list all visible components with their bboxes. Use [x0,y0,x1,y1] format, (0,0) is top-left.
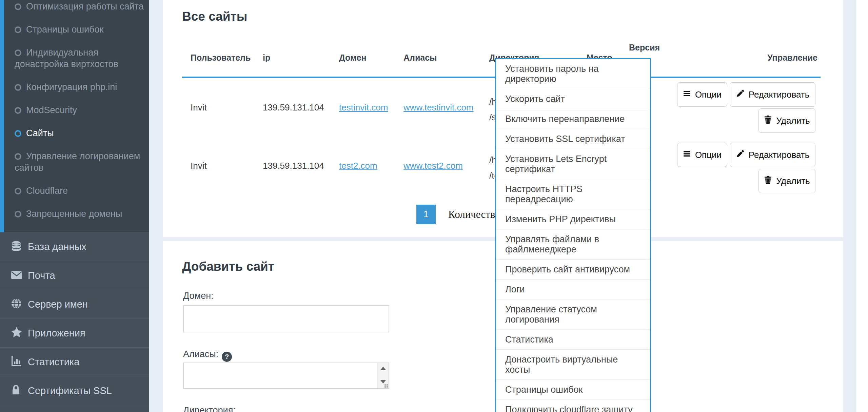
sidebar-item-база-данных[interactable]: База данных [0,232,149,261]
hamburger-icon [683,150,691,160]
context-menu-item[interactable]: Страницы ошибок [496,379,650,399]
cell-domain: testinvit.com [339,102,388,113]
bullet-icon [15,49,21,56]
pagination-page-1[interactable]: 1 [416,205,436,224]
bar-chart-icon [10,355,22,369]
add-site-title: Добавить сайт [182,260,274,274]
submenu-item[interactable]: Индивидуальная донастройка виртхостов [4,47,149,70]
domain-input[interactable] [183,305,389,332]
submenu-item[interactable]: Запрещенные домены [4,208,149,220]
help-icon[interactable]: ? [222,352,232,362]
column-header: Домен [339,53,367,63]
submenu-item-label: Управление логированием сайтов [15,151,140,173]
delete-button-label: Удалить [776,116,810,126]
sidebar-item-label: Почта [28,270,55,281]
all-sites-title: Все сайты [182,9,247,24]
sidebar-submenu-sites-section: Оптимизация работы сайтаСтраницы ошибокИ… [0,0,149,232]
textarea-scrollbar[interactable] [377,363,389,388]
options-button[interactable]: Опции [677,143,727,167]
context-menu-item[interactable]: Логи [496,279,650,299]
delete-button[interactable]: Удалить [758,108,815,133]
pencil-icon [736,149,745,161]
scroll-down-icon[interactable] [380,380,386,384]
resize-grip-icon[interactable] [387,386,388,388]
bullet-icon [15,107,21,114]
sidebar-item-сертификаты-ssl[interactable]: Сертификаты SSL [0,376,149,405]
edit-button-label: Редактировать [749,89,810,100]
edit-button-label: Редактировать [749,150,810,160]
alias-link[interactable]: www.testinvit.com [403,102,474,112]
context-menu-item[interactable]: Проверить сайт антивирусом [496,259,650,279]
bullet-icon [15,153,21,160]
cell-ip: 139.59.131.104 [263,102,324,113]
sidebar-submenu-list: Оптимизация работы сайтаСтраницы ошибокИ… [4,1,149,220]
submenu-item-label: Страницы ошибок [26,24,103,35]
sidebar-item-partial[interactable] [0,405,149,412]
pencil-icon [736,89,745,100]
column-header: Пользователь [191,53,251,63]
submenu-item[interactable]: Конфигурация php.ini [4,81,149,93]
context-menu-item[interactable]: Ускорить сайт [496,89,650,109]
submenu-item-label: Конфигурация php.ini [26,82,117,92]
submenu-item-label: Индивидуальная донастройка виртхостов [15,47,118,69]
context-menu-item[interactable]: Управление статусом логирования [496,299,650,329]
submenu-item-label: Cloudflare [26,186,68,196]
trash-icon [764,176,772,187]
bullet-icon [15,188,21,194]
options-button[interactable]: Опции [677,82,727,107]
cell-user: Invit [191,102,207,113]
database-icon [10,240,22,253]
sidebar-item-label: База данных [28,241,86,252]
star-icon [10,326,23,340]
context-menu-item[interactable]: Статистика [496,329,650,349]
submenu-item[interactable]: Cloudflare [4,185,149,197]
sidebar-item-статистика[interactable]: Статистика [0,347,149,376]
sidebar-item-сервер-имен[interactable]: Сервер имен [0,290,149,318]
context-menu-item[interactable]: Установить Lets Encrypt сертификат [496,149,650,179]
mail-icon [10,269,23,282]
submenu-item-label: Сайты [26,128,54,138]
aliases-textarea[interactable] [183,363,389,389]
context-menu-item[interactable]: Установить пароль на директорию [496,59,650,89]
context-menu-item[interactable]: Установить SSL сертификат [496,129,650,149]
domain-link[interactable]: test2.com [339,161,377,171]
sidebar-item-приложения[interactable]: Приложения [0,318,149,347]
submenu-item-label: Оптимизация работы сайта [26,1,144,12]
sidebar-item-почта[interactable]: Почта [0,261,149,290]
column-header: Версия [629,43,660,53]
context-menu-item[interactable]: Донастроить виртуальные хосты [496,349,650,379]
scroll-up-icon[interactable] [380,367,386,370]
globe-icon [10,297,22,311]
aliases-label-text: Алиасы: [183,349,218,359]
edit-button[interactable]: Редактировать [730,82,815,107]
submenu-item[interactable]: Сайты [4,127,149,139]
column-header: Управление [767,53,817,63]
column-header: Алиасы [403,53,437,63]
sidebar-item-label: Приложения [28,328,85,339]
active-bullet-icon [15,130,21,137]
submenu-item[interactable]: Управление логированием сайтов [4,150,149,173]
sidebar-item-label: Сервер имен [28,299,88,310]
submenu-item[interactable]: ModSecurity [4,104,149,116]
cell-user: Invit [191,160,207,171]
context-menu-item[interactable]: Настроить HTTPS переадресацию [496,179,650,209]
context-menu-item[interactable]: Подключить cloudflare защиту [496,399,650,412]
sidebar: Оптимизация работы сайтаСтраницы ошибокИ… [0,0,149,412]
submenu-item[interactable]: Оптимизация работы сайта [4,1,149,12]
context-menu-item[interactable]: Включить перенаправление [496,109,650,129]
trash-icon [764,115,772,126]
submenu-item-label: ModSecurity [26,105,77,115]
alias-link[interactable]: www.test2.com [403,161,463,171]
edit-button[interactable]: Редактировать [730,143,815,167]
lock-icon [10,384,22,397]
cell-alias: www.test2.com [403,160,463,171]
context-menu-item[interactable]: Управлять файлами в файлменеджере [496,229,650,259]
sidebar-item-label: Статистика [28,356,79,368]
delete-button-label: Удалить [776,176,810,186]
submenu-item[interactable]: Страницы ошибок [4,24,149,35]
domain-link[interactable]: testinvit.com [339,102,388,112]
bullet-icon [15,211,21,218]
delete-button[interactable]: Удалить [758,169,815,193]
page-scrollbar-track[interactable] [856,0,868,412]
context-menu-item[interactable]: Изменить PHP директивы [496,209,650,229]
